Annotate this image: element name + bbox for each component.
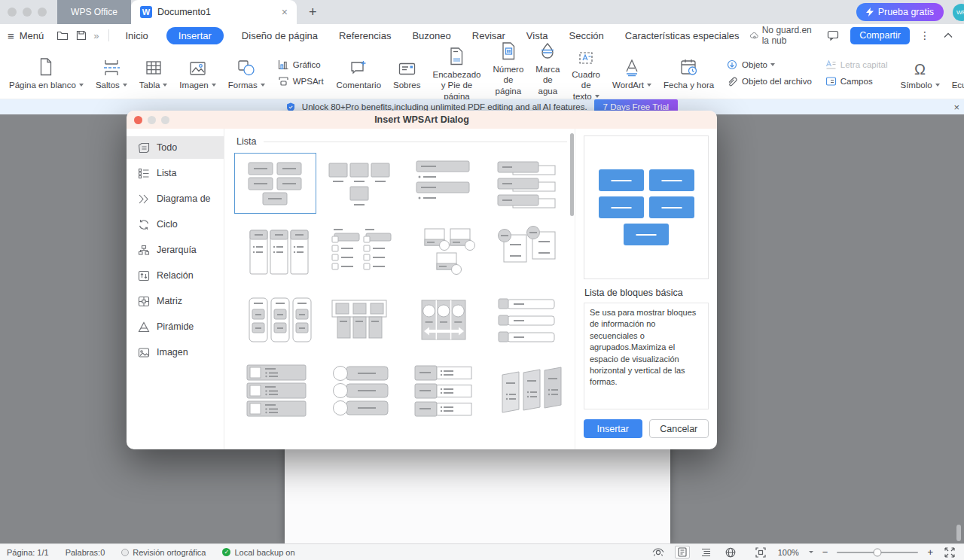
fields-button[interactable]: Campos [825,76,888,87]
wpsart-button[interactable]: WPSArt [278,76,324,87]
maximize-window-icon[interactable] [38,8,47,17]
header-footer-button[interactable]: Encabezado y Pie de página [432,44,480,102]
close-window-icon[interactable] [8,8,17,17]
wpsart-thumbnail-circle-arrow-process[interactable] [401,290,484,351]
open-file-icon[interactable] [56,30,69,41]
more-tools-icon[interactable]: » [93,30,99,41]
wpsart-thumbnail-square-bar-list[interactable] [234,358,316,419]
symbol-button[interactable]: Ω Símbolo [900,54,939,90]
watermark-button[interactable]: Marca de agua [535,38,560,108]
zoom-dropdown-icon[interactable] [809,551,813,553]
sidebar-item-matriz[interactable]: Matriz [127,290,224,312]
backup-status[interactable]: ✓ Local backup on [222,548,294,557]
menu-button[interactable]: Menú [20,30,44,41]
wpsart-thumbnail-circle-corner-list[interactable] [485,221,567,282]
zoom-level[interactable]: 100% [778,548,799,557]
menu-tab-insertar[interactable]: Insertar [166,27,224,44]
tab-wps-office[interactable]: WPS Office [57,0,131,24]
wpsart-thumbnail-checkbox-list[interactable] [318,221,400,282]
wpsart-thumbnail-tab-list[interactable] [485,153,567,214]
wpsart-thumbnail-column-list[interactable] [234,221,316,282]
menu-tab-caracteristicas[interactable]: Características especiales [624,27,740,44]
wpsart-thumbnail-picture-caption-list[interactable] [318,153,400,214]
cancel-button[interactable]: Cancelar [649,419,709,438]
file-object-button[interactable]: Objeto del archivo [727,76,812,87]
tab-documento1[interactable]: W Documento1 × [131,0,297,24]
more-options-icon[interactable]: ⋮ [917,29,932,41]
comment-bubble-icon[interactable] [827,30,839,41]
share-button[interactable]: Compartir [850,27,910,44]
wpsart-thumbnail-basic-block-list[interactable] [234,153,316,214]
dropdown-arrow-icon [595,95,599,98]
equation-button[interactable]: √X Ecuación [952,54,964,90]
cloud-icon [750,31,758,40]
document-tab-label: Documento1 [157,7,211,17]
wpsart-thumbnail-box-badge-list[interactable] [401,221,484,282]
menu-tab-inicio[interactable]: Inicio [124,27,148,44]
breaks-button[interactable]: Saltos [96,54,127,90]
dialog-close-icon[interactable] [134,116,142,124]
word-count[interactable]: Palabras:0 [66,548,105,557]
document-scrollbar[interactable] [956,525,961,541]
wpsart-thumbnail-square-pill-rows[interactable] [485,290,567,351]
collapse-ribbon-icon[interactable] [944,32,953,38]
close-tab-icon[interactable]: × [282,6,288,18]
page-number-button[interactable]: Número de página [493,38,523,108]
save-icon[interactable] [76,30,87,41]
sidebar-item-jerarquia[interactable]: Jerarquía [127,239,224,261]
menu-tab-referencias[interactable]: Referencias [338,27,392,44]
fullscreen-icon[interactable] [942,546,957,558]
page-indicator[interactable]: Página: 1/1 [7,548,49,557]
table-button[interactable]: Tabla [139,54,168,90]
chart-button[interactable]: Gráfico [278,59,324,70]
preview-box [584,135,709,279]
zoom-out-button[interactable]: − [822,546,828,558]
dialog-header[interactable]: Insert WPSArt Dialog [127,111,717,129]
insert-button[interactable]: Insertar [584,419,642,438]
fit-page-icon[interactable] [753,546,768,558]
gallery-scrollbar[interactable] [570,133,574,216]
menu-tab-diseno[interactable]: Diseño de página [241,27,319,44]
new-tab-button[interactable]: + [309,5,317,20]
envelopes-button[interactable]: Sobres [393,54,420,90]
blank-page-button[interactable]: Página en blanco [9,54,84,90]
zoom-slider-knob[interactable] [874,548,882,556]
zoom-slider[interactable] [837,552,918,553]
avatar[interactable]: WP [953,4,964,21]
sidebar-item-todo[interactable]: Todo [127,136,224,159]
trial-button[interactable]: Prueba gratis [856,3,944,21]
wpsart-thumbnail-box-detail-list[interactable] [401,358,484,419]
eye-protection-icon[interactable] [651,546,666,558]
image-button[interactable]: Imagen [179,54,215,90]
sidebar-item-lista[interactable]: Lista [127,162,224,184]
wpsart-thumbnail-varied-block-list[interactable] [401,153,484,214]
sidebar-item-piramide[interactable]: Pirámide [127,315,224,338]
menu-tab-buzoneo[interactable]: Buzoneo [411,27,451,44]
zoom-in-button[interactable]: + [927,546,933,558]
shapes-button[interactable]: Formas [228,54,265,90]
banner-close-icon[interactable]: × [953,99,959,114]
sidebar-item-ciclo[interactable]: Ciclo [127,213,224,236]
sidebar-item-relacion[interactable]: Relación [127,264,224,287]
hamburger-icon[interactable]: ≡ [8,29,14,42]
spellcheck-status[interactable]: Revisión ortográfica [121,548,206,557]
wordart-button[interactable]: WordArt [612,54,651,90]
cloud-save-status[interactable]: No guard.en la nub [750,25,816,46]
wpsart-thumbnail-header-hanging-list[interactable] [318,290,400,351]
menu-tab-seccion[interactable]: Sección [569,27,605,44]
outline-view-icon[interactable] [699,546,714,558]
sidebar-item-imagen[interactable]: Imagen [127,341,224,364]
comment-button[interactable]: Comentario [337,54,381,90]
wpsart-thumbnail-stacked-pill-columns[interactable] [234,290,316,351]
minimize-window-icon[interactable] [23,8,32,17]
web-view-icon[interactable] [723,546,738,558]
object-button[interactable]: Objeto [727,59,812,70]
dialog-minimize-icon [148,116,156,124]
wpsart-thumbnail-circle-bar-list[interactable] [318,358,400,419]
sidebar-item-diagrama[interactable]: Diagrama de [127,187,224,210]
text-box-button[interactable]: Cuadro de texto [572,44,600,102]
page-view-icon[interactable] [675,546,690,558]
watermark-icon [539,38,556,61]
date-time-button[interactable]: Fecha y hora [664,54,714,90]
wpsart-thumbnail-skewed-panel-list[interactable] [485,358,567,419]
